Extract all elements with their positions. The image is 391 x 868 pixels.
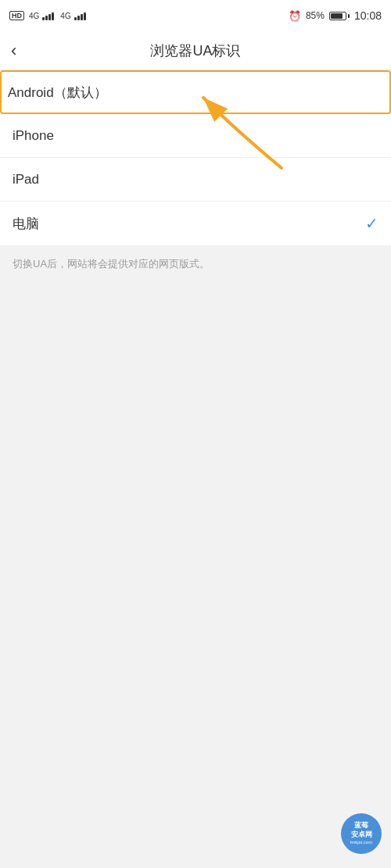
network-4g-2: 4G (60, 12, 70, 20)
wm-line2: 安卓网 (350, 830, 372, 840)
battery-icon (329, 12, 350, 20)
android-label: Android（默认） (8, 84, 107, 102)
status-bar: HD 4G 4G ⏰ 85% 10:08 (0, 0, 391, 31)
alarm-icon: ⏰ (289, 10, 301, 22)
checkmark-icon: ✓ (365, 214, 378, 233)
info-text: 切换UA后，网站将会提供对应的网页版式。 (13, 258, 210, 270)
list-item-ipad[interactable]: iPad (0, 158, 391, 202)
list-item-iphone[interactable]: iPhone (0, 114, 391, 158)
ua-list: Android（默认） iPhone iPad 电脑 ✓ (0, 70, 391, 245)
wm-line1: 蓝莓 (350, 821, 372, 830)
battery-percent: 85% (306, 10, 325, 21)
status-left: HD 4G 4G (9, 11, 86, 20)
wm-line3: lmkjst.com (350, 840, 372, 846)
back-button[interactable]: ‹ (11, 42, 16, 59)
desktop-label: 电脑 (13, 215, 39, 233)
top-nav: ‹ 浏览器UA标识 (0, 31, 391, 70)
iphone-label: iPhone (13, 128, 54, 144)
network-4g-1: 4G (29, 12, 39, 20)
page-title: 浏览器UA标识 (150, 41, 240, 60)
signal-bars-1 (42, 11, 54, 20)
ipad-label: iPad (13, 172, 39, 188)
info-section: 切换UA后，网站将会提供对应的网页版式。 (0, 245, 391, 282)
watermark: 蓝莓 安卓网 lmkjst.com (341, 813, 382, 854)
hd-badge: HD (9, 11, 24, 20)
status-right: ⏰ 85% 10:08 (289, 9, 382, 22)
time-display: 10:08 (354, 9, 382, 22)
watermark-text: 蓝莓 安卓网 lmkjst.com (350, 821, 372, 845)
signal-bars-2 (74, 11, 86, 20)
list-item-android[interactable]: Android（默认） (0, 70, 391, 114)
list-item-desktop[interactable]: 电脑 ✓ (0, 202, 391, 245)
